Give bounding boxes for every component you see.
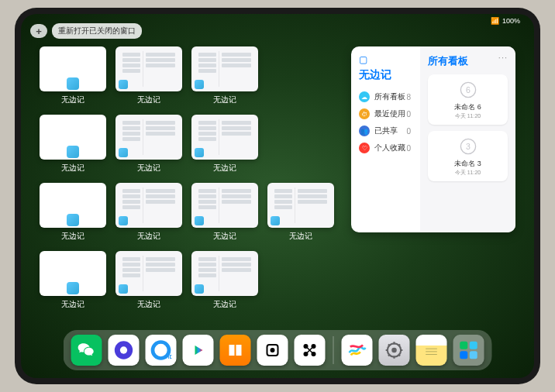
window-thumbnail[interactable]: 无边记 [191,183,258,243]
content-title: 所有看板 [428,54,508,68]
apple-books-icon[interactable] [220,335,251,366]
menu-item-icon: ⏱ [359,108,370,119]
thumbnail-preview [40,115,106,160]
more-menu-icon[interactable]: ··· [498,53,508,62]
youku-icon[interactable] [183,335,214,366]
board-sketch-icon: 6 [457,79,479,101]
xmind-icon[interactable] [295,335,326,366]
board-time: 今天 11:20 [455,169,481,177]
svg-line-20 [388,344,390,346]
board-name: 未命名 3 [454,159,481,169]
svg-text:HD: HD [165,354,171,359]
window-label: 无边记 [61,299,84,310]
thumbnail-preview [40,183,106,228]
panel-sidebar: ▢ 无边记 ☁所有看板8⏱最近使用0👥已共享0♡个人收藏0 [351,46,420,232]
svg-line-21 [398,354,400,356]
window-thumbnail[interactable]: 无边记 [40,46,106,107]
thumbnail-preview [115,46,182,91]
sidebar-menu-item[interactable]: ♡个人收藏0 [359,139,412,156]
window-label: 无边记 [213,163,236,174]
menu-item-label: 已共享 [374,126,398,136]
sidebar-menu-item[interactable]: ☁所有看板8 [359,88,412,105]
panel-title: 无边记 [359,68,412,82]
svg-rect-27 [460,342,467,349]
svg-line-22 [388,354,390,356]
menu-item-icon: 👥 [359,126,370,136]
board-card[interactable]: 3未命名 3今天 11:20 [428,131,508,181]
menu-item-count: 0 [406,127,411,136]
window-label: 无边记 [137,299,160,310]
window-thumbnail[interactable]: 无边记 [191,115,258,175]
panel-content: ··· 所有看板 6未命名 6今天 11:203未命名 3今天 11:20 [420,46,515,232]
menu-item-label: 最近使用 [374,108,405,119]
thumbnail-preview [115,183,182,228]
freeform-icon[interactable] [342,335,373,366]
thumbnail-preview [191,115,258,160]
window-thumbnail[interactable]: 无边记 [40,183,106,243]
svg-point-5 [120,346,127,353]
window-label: 无边记 [137,163,160,174]
window-thumbnail[interactable]: 无边记 [115,251,182,311]
window-label: 无边记 [61,163,84,174]
window-label: 无边记 [61,231,84,242]
window-thumbnail[interactable]: 无边记 [267,183,334,243]
window-thumbnail[interactable]: 无边记 [115,115,182,175]
menu-item-count: 0 [406,144,411,153]
window-label: 无边记 [213,95,236,105]
dock-separator [333,336,334,364]
dock: HD [64,330,492,370]
board-time: 今天 11:20 [455,112,481,120]
ipad-frame: 📶 100% + 重新打开已关闭的窗口 无边记无边记无边记无边记无边记无边记无边… [15,8,540,384]
sidebar-menu-item[interactable]: 👥已共享0 [359,122,412,139]
app-folder-icon[interactable] [453,335,484,366]
menu-item-count: 0 [406,110,411,119]
window-label: 无边记 [137,231,160,242]
thumbnail-preview [40,46,106,91]
freeform-app-panel[interactable]: ▢ 无边记 ☁所有看板8⏱最近使用0👥已共享0♡个人收藏0 ··· 所有看板 6… [351,46,515,232]
thumbnail-preview [40,251,106,296]
battery-label: 100% [502,17,520,25]
window-thumbnail[interactable]: 无边记 [191,251,258,311]
thumbnail-preview [191,183,258,228]
board-name: 未命名 6 [454,102,481,112]
svg-text:6: 6 [466,85,471,95]
new-window-button[interactable]: + [30,24,47,38]
menu-item-count: 8 [406,93,411,101]
wifi-icon: 📶 [491,17,499,25]
wechat-icon[interactable] [71,335,102,366]
dice-app-icon[interactable] [257,335,288,366]
board-card[interactable]: 6未命名 6今天 11:20 [428,74,508,125]
window-thumbnail[interactable]: 无边记 [40,115,106,175]
brave-browser-icon[interactable] [109,335,140,366]
window-label: 无边记 [137,95,160,105]
thumbnail-preview [191,251,258,296]
window-thumbnail[interactable]: 无边记 [40,251,106,311]
menu-item-label: 所有看板 [374,91,405,102]
window-thumbnail[interactable]: 无边记 [115,183,182,243]
thumbnail-preview [115,251,182,296]
svg-point-9 [271,348,275,352]
settings-icon[interactable] [379,335,410,366]
stage-manager-workspace: 无边记无边记无边记无边记无边记无边记无边记无边记无边记无边记无边记无边记无边记 … [40,46,515,324]
window-thumbnail[interactable]: 无边记 [191,46,258,107]
notes-icon[interactable] [416,335,447,366]
window-label: 无边记 [61,95,84,105]
thumbnail-preview [267,183,334,228]
svg-rect-28 [470,342,477,349]
sidebar-toggle-icon[interactable]: ▢ [359,54,412,65]
svg-text:3: 3 [466,142,471,151]
thumbnail-preview [191,46,258,91]
screen: 📶 100% + 重新打开已关闭的窗口 无边记无边记无边记无边记无边记无边记无边… [21,14,534,378]
window-label: 无边记 [213,299,236,310]
board-sketch-icon: 3 [457,136,479,157]
status-bar: 📶 100% [491,17,520,25]
window-label: 无边记 [289,231,312,242]
windows-grid: 无边记无边记无边记无边记无边记无边记无边记无边记无边记无边记无边记无边记无边记 [40,46,334,324]
qq-browser-icon[interactable]: HD [146,335,177,366]
sidebar-menu-item[interactable]: ⏱最近使用0 [359,105,412,122]
window-thumbnail[interactable]: 无边记 [115,46,182,107]
menu-item-icon: ♡ [359,143,370,153]
svg-point-15 [391,348,397,353]
reopen-closed-window-button[interactable]: 重新打开已关闭的窗口 [52,23,142,39]
svg-rect-29 [460,351,467,359]
